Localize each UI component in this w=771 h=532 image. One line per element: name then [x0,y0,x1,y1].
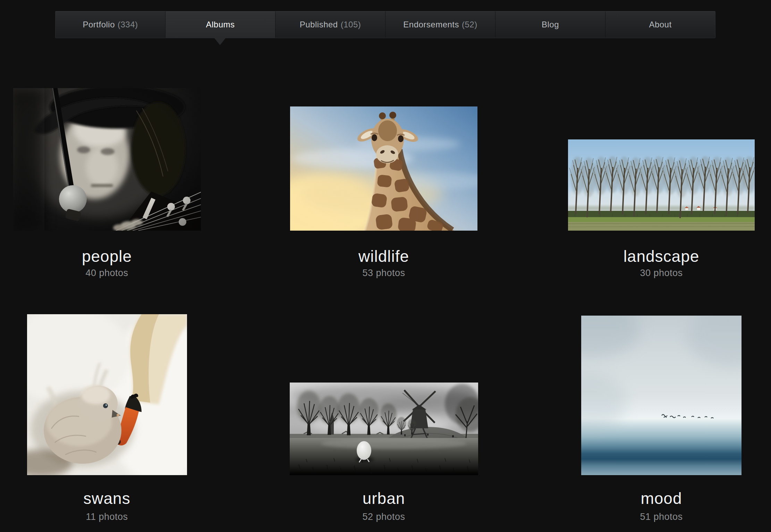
tab-count: (334) [118,20,138,29]
tab-portfolio[interactable]: Portfolio (334) [56,11,166,38]
tab-about[interactable]: About [605,11,715,38]
album-count-wildlife: 53 photos [280,267,488,279]
album-name-swans[interactable]: swans [3,489,211,508]
album-cover-urban[interactable] [290,383,478,475]
album-cover-wildlife[interactable] [290,106,477,231]
tab-count: (52) [462,20,477,29]
album-cover-people-image [13,88,201,231]
tab-bar: Portfolio (334) Albums Published (105) E… [55,11,715,38]
album-cover-swans[interactable] [27,314,187,475]
album-cover-people[interactable] [13,88,201,231]
album-cover-urban-image [290,383,478,475]
album-cover-wildlife-image [290,106,477,231]
album-count-urban: 52 photos [280,511,488,523]
album-name-people[interactable]: people [3,247,211,266]
album-count-landscape: 30 photos [557,267,765,279]
tab-label: Portfolio [83,20,115,29]
album-cover-mood[interactable] [581,316,742,475]
album-name-wildlife[interactable]: wildlife [280,247,488,266]
tab-label: About [649,20,671,29]
album-cover-landscape-image [568,139,755,231]
tab-label: Endorsements [403,20,459,29]
page: Portfolio (334) Albums Published (105) E… [0,0,771,532]
tab-albums[interactable]: Albums [166,11,276,38]
tab-endorsements[interactable]: Endorsements (52) [386,11,495,38]
album-count-mood: 51 photos [557,511,765,523]
album-name-urban[interactable]: urban [280,489,488,508]
tab-label: Albums [206,20,235,29]
album-cover-landscape[interactable] [568,139,755,231]
tab-blog[interactable]: Blog [495,11,605,38]
active-tab-pointer-icon [214,38,226,45]
album-cover-swans-image [27,314,187,475]
tab-label: Blog [542,20,559,29]
tab-label: Published [300,20,338,29]
album-count-people: 40 photos [3,267,211,279]
tab-count: (105) [341,20,361,29]
album-name-mood[interactable]: mood [557,489,765,508]
album-count-swans: 11 photos [3,511,211,523]
album-name-landscape[interactable]: landscape [557,247,765,266]
album-cover-mood-image [581,316,742,475]
tab-published[interactable]: Published (105) [276,11,386,38]
